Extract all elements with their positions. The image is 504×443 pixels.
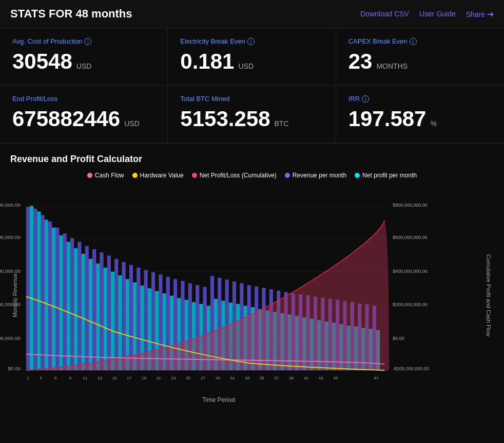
svg-rect-19 — [77, 242, 81, 370]
y-axis-left-label: Monthly Revenue — [12, 273, 18, 317]
svg-text:$10,000,000.00: $10,000,000.00 — [0, 234, 21, 240]
svg-rect-64 — [59, 235, 63, 370]
svg-rect-23 — [107, 256, 111, 371]
svg-text:3: 3 — [40, 376, 42, 380]
svg-text:11: 11 — [83, 376, 87, 380]
chart-svg: $12,500,000.00 $10,000,000.00 $7,500,000… — [21, 187, 417, 392]
svg-text:$2,500,000.00: $2,500,000.00 — [0, 335, 21, 341]
svg-rect-13 — [33, 209, 37, 370]
chart-title: Revenue and Profit Calculator — [10, 154, 494, 165]
legend-dot-revenue-per-month — [285, 173, 290, 178]
svg-text:25: 25 — [186, 376, 190, 380]
svg-text:39: 39 — [289, 376, 294, 380]
svg-rect-69 — [96, 264, 100, 370]
share-icon: ➔ — [487, 10, 494, 18]
y-axis-right-label: Cumulative Profit and Cash Flow — [486, 254, 492, 336]
svg-text:35: 35 — [260, 376, 264, 380]
svg-rect-26 — [129, 265, 133, 371]
svg-text:33: 33 — [245, 376, 249, 380]
svg-text:$600,000,000.00: $600,000,000.00 — [393, 235, 427, 240]
svg-rect-67 — [81, 254, 85, 370]
legend-revenue-per-month: Revenue per month — [285, 172, 346, 179]
svg-text:$800,000,000.00: $800,000,000.00 — [393, 203, 427, 208]
svg-text:$200,000,000.00: $200,000,000.00 — [393, 302, 427, 307]
svg-rect-70 — [104, 268, 107, 370]
stat-end-profit: End Profit/Loss 675882446 USD — [0, 86, 168, 143]
svg-rect-61 — [37, 211, 41, 370]
svg-text:41: 41 — [304, 376, 308, 380]
svg-text:21: 21 — [157, 376, 161, 380]
stat-capex-breakeven: CAPEX Break Even i 23 MONTHS — [336, 28, 504, 86]
svg-rect-17 — [63, 233, 67, 370]
legend-dot-net-profit-cumulative — [192, 173, 197, 178]
svg-text:6: 6 — [54, 376, 57, 380]
stat-avg-cost: Avg. Cost of Production i 30548 USD — [0, 28, 168, 86]
svg-rect-24 — [114, 259, 118, 370]
svg-text:31: 31 — [230, 376, 235, 380]
svg-text:29: 29 — [216, 376, 220, 380]
svg-rect-21 — [92, 249, 96, 370]
svg-rect-65 — [67, 242, 70, 370]
header-actions: Download CSV User Guide Share ➔ — [360, 9, 494, 19]
stat-elec-breakeven-value: 0.181 USD — [180, 49, 323, 74]
svg-rect-18 — [70, 238, 74, 370]
legend-cash-flow: Cash Flow — [87, 172, 124, 179]
svg-rect-62 — [45, 220, 48, 371]
info-icon-elec[interactable]: i — [247, 38, 255, 45]
svg-text:47: 47 — [374, 376, 379, 380]
svg-text:9: 9 — [69, 376, 72, 380]
legend-net-profit-per-month: Net profit per month — [355, 172, 417, 179]
svg-text:27: 27 — [201, 376, 205, 380]
svg-text:43: 43 — [319, 376, 323, 380]
svg-text:15: 15 — [112, 376, 117, 380]
legend-hardware-value: Hardware Value — [132, 172, 184, 179]
legend-net-profit-cumulative: Net Profit/Loss (Cumulative) — [192, 172, 277, 179]
page-title: STATS FOR 48 months — [10, 7, 132, 21]
stat-end-profit-value: 675882446 USD — [12, 107, 155, 131]
legend-dot-cash-flow — [87, 173, 92, 178]
svg-text:$7,500,000.00: $7,500,000.00 — [0, 268, 21, 274]
stat-btc-mined-value: 5153.258 BTC — [180, 107, 323, 131]
chart-section: Revenue and Profit Calculator Cash Flow … — [0, 144, 504, 414]
user-guide-link[interactable]: User Guide — [419, 10, 456, 18]
svg-text:-$200,000,000.00: -$200,000,000.00 — [393, 366, 429, 371]
share-link[interactable]: Share ➔ — [466, 9, 494, 19]
svg-text:$0.00: $0.00 — [393, 336, 404, 341]
stat-btc-mined-label: Total BTC Mined — [180, 95, 323, 103]
svg-rect-71 — [111, 272, 114, 370]
info-icon-capex[interactable]: i — [410, 38, 417, 45]
svg-text:$400,000,000.00: $400,000,000.00 — [393, 269, 427, 274]
svg-rect-72 — [118, 275, 122, 370]
header: STATS FOR 48 months Download CSV User Gu… — [0, 0, 504, 28]
stat-irr-label: IRR i — [348, 95, 492, 103]
svg-rect-25 — [122, 262, 125, 370]
svg-text:45: 45 — [334, 376, 338, 380]
svg-text:13: 13 — [98, 376, 102, 380]
svg-text:17: 17 — [127, 376, 131, 380]
stat-capex-breakeven-value: 23 MONTHS — [348, 49, 492, 74]
svg-rect-12 — [26, 207, 30, 370]
chart-legend: Cash Flow Hardware Value Net Profit/Loss… — [10, 172, 494, 179]
stat-irr: IRR i 197.587 % — [336, 86, 504, 143]
svg-text:$12,500,000.00: $12,500,000.00 — [0, 202, 21, 208]
info-icon-irr[interactable]: i — [362, 95, 369, 103]
legend-dot-net-profit-per-month — [355, 173, 360, 178]
stat-avg-cost-label: Avg. Cost of Production i — [12, 37, 155, 45]
svg-rect-63 — [52, 228, 55, 370]
stat-end-profit-label: End Profit/Loss — [12, 95, 155, 103]
x-axis-label: Time Period — [21, 396, 417, 404]
svg-rect-66 — [74, 248, 77, 370]
info-icon-avg-cost[interactable]: i — [84, 38, 91, 45]
svg-text:19: 19 — [142, 376, 146, 380]
stat-btc-mined: Total BTC Mined 5153.258 BTC — [168, 86, 336, 143]
svg-text:1: 1 — [27, 376, 29, 380]
svg-rect-68 — [89, 259, 92, 370]
stat-elec-breakeven-label: Electricity Break Even i — [180, 37, 323, 45]
svg-rect-16 — [55, 228, 59, 370]
svg-rect-15 — [48, 222, 52, 370]
download-csv-link[interactable]: Download CSV — [360, 10, 409, 18]
stats-grid: Avg. Cost of Production i 30548 USD Elec… — [0, 28, 504, 144]
svg-text:$5,000,000.00: $5,000,000.00 — [0, 301, 21, 307]
stat-irr-value: 197.587 % — [348, 107, 492, 131]
svg-text:23: 23 — [171, 376, 176, 380]
